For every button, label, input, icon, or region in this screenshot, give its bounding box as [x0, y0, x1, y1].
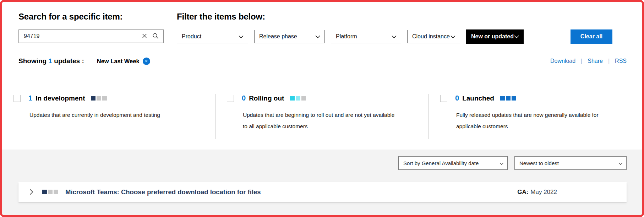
status-square [48, 190, 53, 194]
chevron-down-icon [451, 33, 455, 40]
sort-by-dropdown-label: Sort by General Availability date [403, 160, 479, 166]
results-section: Sort by General Availability date Newest… [2, 150, 642, 215]
filter-heading: Filter the items below: [177, 12, 627, 22]
search-icon [152, 33, 159, 40]
rolling-out-card: 0 Rolling out Updates that are beginning… [215, 94, 429, 139]
clear-all-button[interactable]: Clear all [571, 29, 612, 44]
product-dropdown-label: Product [182, 33, 201, 40]
launched-card: 0 Launched Fully released updates that a… [429, 94, 642, 139]
showing-count: 1 [48, 57, 52, 65]
launched-checkbox[interactable] [440, 95, 447, 102]
link-separator: | [581, 58, 582, 64]
rolling-out-description: Updates that are beginning to roll out a… [243, 109, 398, 132]
download-link[interactable]: Download [550, 58, 575, 64]
search-heading: Search for a specific item: [18, 12, 172, 22]
showing-suffix: updates : [52, 57, 84, 65]
sort-controls: Sort by General Availability date Newest… [18, 156, 627, 170]
roadmap-panel: Search for a specific item: [0, 0, 644, 217]
link-separator: | [608, 58, 610, 64]
status-square [97, 96, 101, 101]
cloud-instance-dropdown-label: Cloud instance [412, 33, 450, 40]
status-square [91, 96, 95, 101]
sort-order-dropdown-label: Newest to oldest [519, 160, 559, 166]
new-or-updated-dropdown-label: New or updated [471, 33, 514, 40]
status-squares-icon [91, 96, 107, 101]
active-filter-tag: New Last Week ✕ [97, 58, 150, 65]
sort-by-dropdown[interactable]: Sort by General Availability date [398, 156, 508, 170]
search-box [18, 29, 164, 43]
result-title[interactable]: Microsoft Teams: Choose preferred downlo… [65, 188, 261, 196]
status-square [42, 190, 47, 194]
search-button[interactable] [150, 31, 161, 42]
platform-dropdown[interactable]: Platform [331, 30, 401, 43]
status-square [301, 96, 306, 101]
top-section: Search for a specific item: [2, 2, 642, 150]
card-header: 0 Rolling out [227, 94, 421, 102]
status-square [500, 96, 505, 101]
release-phase-dropdown-label: Release phase [259, 33, 297, 40]
status-square [512, 96, 516, 101]
in-development-title: In development [36, 94, 85, 102]
launched-description: Fully released updates that are now gene… [456, 109, 611, 132]
ga-label: GA: [517, 189, 528, 195]
chevron-down-icon [618, 160, 623, 166]
in-development-count: 1 [28, 94, 32, 102]
showing-count-text: Showing 1 updates : [18, 57, 84, 65]
in-development-card: 1 In development Updates that are curren… [2, 94, 215, 139]
sort-order-dropdown[interactable]: Newest to oldest [514, 156, 627, 170]
status-square [296, 96, 300, 101]
status-squares-icon [500, 96, 516, 101]
status-square [506, 96, 511, 101]
active-filter-tag-label: New Last Week [97, 58, 140, 65]
launched-title: Launched [462, 94, 494, 102]
ga-date: GA:May 2022 [517, 189, 557, 196]
status-squares-icon [42, 190, 58, 194]
status-square [102, 96, 107, 101]
status-squares-icon [290, 96, 306, 101]
clear-search-button[interactable] [139, 32, 150, 41]
platform-dropdown-label: Platform [336, 33, 357, 40]
action-links: Download | Share | RSS [550, 58, 627, 64]
rolling-out-count: 0 [242, 94, 246, 102]
close-icon [142, 33, 147, 40]
in-development-checkbox[interactable] [13, 95, 21, 102]
filter-section: Filter the items below: Product Release … [172, 12, 627, 44]
new-or-updated-dropdown[interactable]: New or updated [466, 29, 524, 44]
status-square [54, 190, 58, 194]
status-square [290, 96, 295, 101]
filters-row: Product Release phase Platform [177, 29, 627, 44]
showing-prefix: Showing [18, 57, 48, 65]
remove-filter-button[interactable]: ✕ [143, 58, 150, 65]
chevron-down-icon [514, 33, 519, 40]
rss-link[interactable]: RSS [615, 58, 627, 64]
card-header: 0 Launched [440, 94, 635, 102]
chevron-down-icon [500, 160, 504, 166]
rolling-out-title: Rolling out [249, 94, 284, 102]
launched-count: 0 [455, 94, 459, 102]
ga-value: May 2022 [530, 189, 557, 195]
chevron-down-icon [315, 33, 320, 40]
search-section: Search for a specific item: [18, 12, 172, 44]
rolling-out-checkbox[interactable] [227, 95, 234, 102]
chevron-down-icon [392, 33, 397, 40]
status-summary-cards: 1 In development Updates that are curren… [2, 80, 642, 139]
search-filter-row: Search for a specific item: [18, 2, 627, 44]
chevron-down-icon [239, 33, 244, 40]
search-input[interactable] [23, 33, 139, 40]
product-dropdown[interactable]: Product [177, 30, 248, 43]
results-bar: Showing 1 updates : New Last Week ✕ Down… [18, 57, 627, 65]
in-development-description: Updates that are currently in developmen… [29, 109, 184, 121]
result-row[interactable]: Microsoft Teams: Choose preferred downlo… [18, 182, 627, 202]
close-icon: ✕ [144, 59, 148, 64]
release-phase-dropdown[interactable]: Release phase [254, 30, 325, 43]
card-header: 1 In development [13, 94, 208, 102]
cloud-instance-dropdown[interactable]: Cloud instance [407, 30, 460, 43]
expand-chevron-right-icon[interactable] [29, 189, 33, 195]
share-link[interactable]: Share [588, 58, 603, 64]
